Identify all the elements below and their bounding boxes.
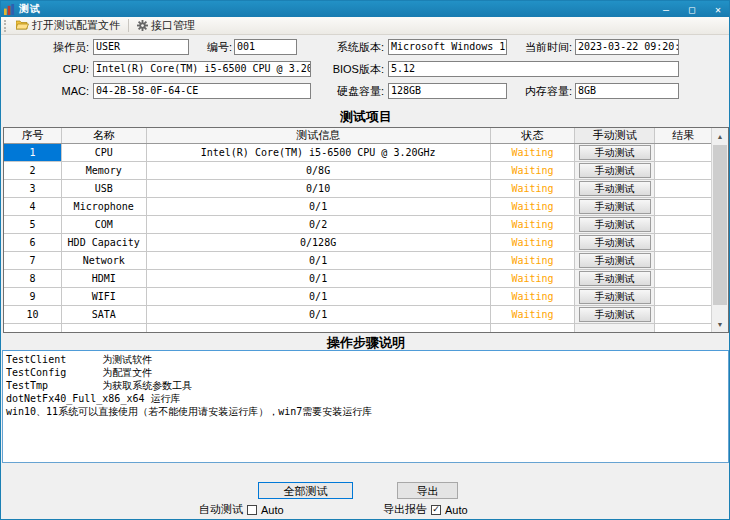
manual-test-button[interactable]: 手动测试 bbox=[579, 235, 651, 250]
row-number-cell[interactable]: 4 bbox=[4, 198, 62, 215]
test-info-cell: 0/10 bbox=[147, 180, 491, 197]
row-number-cell[interactable]: 5 bbox=[4, 216, 62, 233]
current-time-field[interactable]: 2023-03-22 09:20:26 bbox=[575, 39, 679, 55]
manual-test-button[interactable]: 手动测试 bbox=[579, 217, 651, 232]
table-row[interactable]: 7Network0/1Waiting手动测试 bbox=[4, 252, 711, 270]
auto-test-option-label: Auto bbox=[261, 504, 284, 516]
empty-cell bbox=[491, 324, 576, 332]
app-icon bbox=[4, 4, 15, 15]
operator-field[interactable]: USER bbox=[93, 39, 189, 55]
memory-capacity-field[interactable]: 8GB bbox=[575, 83, 679, 99]
table-row[interactable]: 5COM0/2Waiting手动测试 bbox=[4, 216, 711, 234]
row-number-cell[interactable]: 2 bbox=[4, 162, 62, 179]
scroll-down-icon[interactable]: ▼ bbox=[712, 316, 728, 332]
manual-test-button[interactable]: 手动测试 bbox=[579, 163, 651, 178]
table-row[interactable]: 8HDMI0/1Waiting手动测试 bbox=[4, 270, 711, 288]
test-all-button[interactable]: 全部测试 bbox=[258, 482, 353, 499]
serial-field[interactable]: 001 bbox=[234, 39, 297, 55]
status-cell: Waiting bbox=[491, 288, 576, 305]
auto-test-label: 自动测试 bbox=[199, 502, 243, 517]
close-button[interactable]: ✕ bbox=[705, 1, 730, 17]
manual-test-cell: 手动测试 bbox=[575, 144, 655, 161]
table-row[interactable]: 2Memory0/8GWaiting手动测试 bbox=[4, 162, 711, 180]
row-number-cell[interactable]: 7 bbox=[4, 252, 62, 269]
open-config-label: 打开测试配置文件 bbox=[32, 18, 120, 33]
os-version-field[interactable]: Microsoft Windows 10 专 bbox=[388, 39, 507, 55]
window-title: 测试 bbox=[19, 2, 41, 16]
column-header-manual: 手动测试 bbox=[575, 128, 655, 143]
titlebar: 测试 – □ ✕ bbox=[1, 1, 730, 17]
interface-mgmt-label: 接口管理 bbox=[151, 18, 195, 33]
open-folder-icon bbox=[16, 20, 29, 31]
manual-test-cell: 手动测试 bbox=[575, 234, 655, 251]
item-name-cell: SATA bbox=[62, 306, 147, 323]
item-name-cell: WIFI bbox=[62, 288, 147, 305]
status-cell: Waiting bbox=[491, 252, 576, 269]
manual-test-button[interactable]: 手动测试 bbox=[579, 289, 651, 304]
result-cell bbox=[655, 270, 711, 287]
result-cell bbox=[655, 144, 711, 161]
manual-test-button[interactable]: 手动测试 bbox=[579, 253, 651, 268]
table-row[interactable]: 4Microphone0/1Waiting手动测试 bbox=[4, 198, 711, 216]
toolbar-grip bbox=[4, 20, 7, 32]
manual-test-cell: 手动测试 bbox=[575, 270, 655, 287]
table-row[interactable]: 3USB0/10Waiting手动测试 bbox=[4, 180, 711, 198]
window-controls: – □ ✕ bbox=[653, 1, 730, 17]
os-version-label: 系统版本: bbox=[311, 39, 384, 55]
result-cell bbox=[655, 198, 711, 215]
gear-icon bbox=[137, 20, 148, 31]
minimize-button[interactable]: – bbox=[653, 1, 679, 17]
status-cell: Waiting bbox=[491, 216, 576, 233]
manual-test-button[interactable]: 手动测试 bbox=[579, 145, 651, 160]
table-row[interactable]: 1CPUIntel(R) Core(TM) i5-6500 CPU @ 3.20… bbox=[4, 144, 711, 162]
bios-version-field[interactable]: 5.12 bbox=[388, 61, 679, 77]
row-number-cell[interactable]: 6 bbox=[4, 234, 62, 251]
auto-test-checkbox[interactable] bbox=[247, 505, 257, 515]
row-number-cell[interactable]: 8 bbox=[4, 270, 62, 287]
status-cell: Waiting bbox=[491, 162, 576, 179]
mac-field[interactable]: 04-2B-58-0F-64-CE bbox=[93, 83, 311, 99]
interface-mgmt-button[interactable]: 接口管理 bbox=[132, 18, 200, 34]
table-row[interactable]: 9WIFI0/1Waiting手动测试 bbox=[4, 288, 711, 306]
test-info-cell: 0/8G bbox=[147, 162, 491, 179]
disk-capacity-field[interactable]: 128GB bbox=[388, 83, 507, 99]
manual-test-cell: 手动测试 bbox=[575, 180, 655, 197]
maximize-button[interactable]: □ bbox=[679, 1, 705, 17]
result-cell bbox=[655, 234, 711, 251]
column-header-status: 状态 bbox=[491, 128, 576, 143]
app-window: { "window": { "title": "测试", "minimize":… bbox=[0, 0, 730, 520]
table-body: 序号名称测试信息状态手动测试结果1CPUIntel(R) Core(TM) i5… bbox=[4, 128, 711, 332]
column-header-no: 序号 bbox=[4, 128, 62, 143]
table-row-partial bbox=[4, 324, 711, 332]
column-header-result: 结果 bbox=[655, 128, 711, 143]
disk-capacity-label: 硬盘容量: bbox=[311, 83, 384, 99]
toolbar: 打开测试配置文件 接口管理 bbox=[1, 17, 729, 35]
export-button[interactable]: 导出 bbox=[397, 482, 458, 499]
export-report-option-label: Auto bbox=[445, 504, 468, 516]
manual-test-button[interactable]: 手动测试 bbox=[579, 271, 651, 286]
export-report-checkbox[interactable]: ✓ bbox=[431, 505, 441, 515]
table-row[interactable]: 6HDD Capacity0/128GWaiting手动测试 bbox=[4, 234, 711, 252]
mac-label: MAC: bbox=[21, 83, 89, 99]
item-name-cell: COM bbox=[62, 216, 147, 233]
cpu-field[interactable]: Intel(R) Core(TM) i5-6500 CPU @ 3.20GHz bbox=[93, 61, 311, 77]
row-number-cell[interactable]: 10 bbox=[4, 306, 62, 323]
row-number-cell[interactable]: 3 bbox=[4, 180, 62, 197]
row-number-cell[interactable]: 1 bbox=[4, 144, 62, 161]
status-cell: Waiting bbox=[491, 180, 576, 197]
manual-test-cell: 手动测试 bbox=[575, 198, 655, 215]
manual-test-button[interactable]: 手动测试 bbox=[579, 199, 651, 214]
row-number-cell[interactable]: 9 bbox=[4, 288, 62, 305]
result-cell bbox=[655, 306, 711, 323]
scroll-up-icon[interactable]: ▲ bbox=[712, 128, 728, 144]
open-config-button[interactable]: 打开测试配置文件 bbox=[11, 18, 125, 34]
instructions-textarea[interactable]: TestClient 为测试软件 TestConfig 为配置文件 TestTm… bbox=[2, 350, 729, 463]
result-cell bbox=[655, 162, 711, 179]
manual-test-button[interactable]: 手动测试 bbox=[579, 181, 651, 196]
scrollbar-thumb[interactable] bbox=[713, 145, 727, 305]
table-scrollbar[interactable]: ▲ ▼ bbox=[711, 128, 728, 332]
toolbar-separator bbox=[128, 19, 129, 32]
table-row[interactable]: 10SATA0/1Waiting手动测试 bbox=[4, 306, 711, 324]
manual-test-button[interactable]: 手动测试 bbox=[579, 307, 651, 322]
empty-cell bbox=[4, 324, 62, 332]
